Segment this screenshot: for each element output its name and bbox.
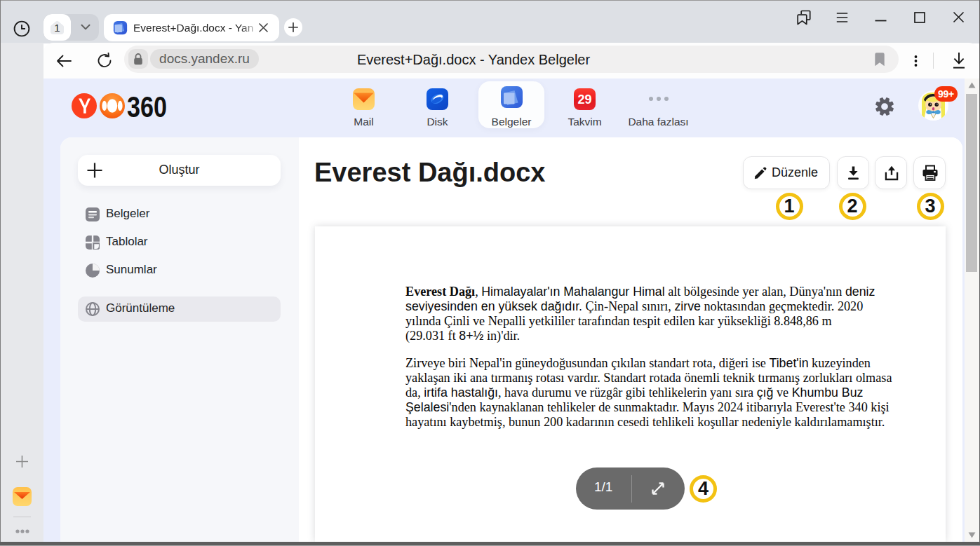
svg-text:360: 360 bbox=[127, 93, 167, 118]
svg-text:1: 1 bbox=[54, 22, 60, 34]
svg-text:29: 29 bbox=[577, 93, 591, 107]
